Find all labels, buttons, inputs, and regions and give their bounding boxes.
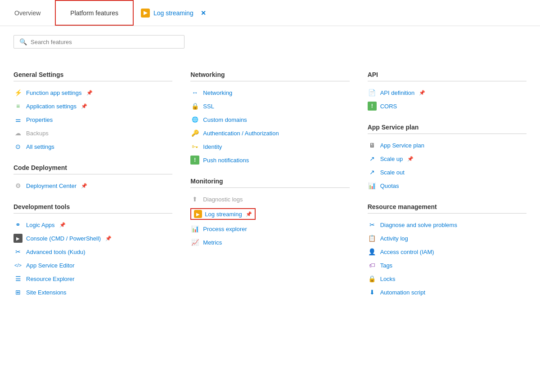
feature-label: Automation script (380, 289, 425, 296)
column-api: API 📄 API definition 📌 ! CORS App Servic… (368, 62, 526, 299)
feature-api-definition[interactable]: 📄 API definition 📌 (368, 86, 526, 99)
feature-label: Function app settings (26, 89, 82, 96)
pin-icon: 📌 (419, 90, 425, 96)
feature-push-notifications[interactable]: ! Push notifications (190, 153, 349, 167)
divider (368, 213, 526, 214)
identity-icon: 🗝 (190, 142, 199, 151)
feature-logic-apps[interactable]: ⚭ Logic Apps 📌 (14, 218, 172, 232)
feature-label: Logic Apps (26, 222, 55, 228)
close-icon[interactable]: ✕ (201, 9, 206, 17)
feature-quotas[interactable]: 📊 Quotas (368, 179, 526, 192)
feature-advanced-tools[interactable]: ✂ Advanced tools (Kudu) (14, 245, 172, 258)
authentication-icon: 🔑 (190, 129, 199, 138)
process-explorer-icon: 📊 (190, 224, 199, 233)
section-api: API 📄 API definition 📌 ! CORS (368, 71, 526, 113)
function-app-settings-icon: ⚡ (14, 88, 22, 97)
feature-app-service-plan[interactable]: 🖥 App Service plan (368, 138, 526, 152)
feature-locks[interactable]: 🔒 Locks (368, 272, 526, 285)
resource-explorer-icon: ☰ (14, 274, 22, 283)
feature-label: Activity log (380, 235, 408, 242)
section-networking: Networking ↔ Networking 🔒 SSL 🌐 Custom d… (190, 71, 349, 167)
feature-tags[interactable]: 🏷 Tags (368, 258, 526, 272)
feature-identity[interactable]: 🗝 Identity (190, 140, 349, 153)
feature-properties[interactable]: ⚌ Properties (14, 113, 172, 126)
ssl-icon: 🔒 (190, 102, 199, 111)
feature-resource-explorer[interactable]: ☰ Resource Explorer (14, 272, 172, 285)
api-definition-icon: 📄 (368, 88, 377, 97)
feature-label: CORS (380, 103, 397, 110)
scale-out-icon: ↗ (368, 168, 377, 177)
app-service-plan-icon: 🖥 (368, 141, 377, 150)
feature-label: Quotas (380, 183, 399, 189)
search-box[interactable]: 🔍 (14, 35, 184, 49)
feature-app-service-editor[interactable]: </> App Service Editor (14, 258, 172, 272)
feature-scale-out[interactable]: ↗ Scale out (368, 165, 526, 179)
feature-label: Metrics (203, 239, 222, 246)
feature-label: SSL (203, 103, 214, 110)
feature-label: Backups (26, 130, 49, 137)
feature-label: Tags (380, 262, 392, 269)
feature-deployment-center[interactable]: ⚙ Deployment Center 📌 (14, 179, 172, 192)
tab-log-streaming-label: Log streaming (153, 9, 194, 17)
deployment-center-icon: ⚙ (14, 181, 22, 190)
section-resource-management: Resource management ✂ Diagnose and solve… (368, 203, 526, 299)
feature-scale-up[interactable]: ↗ Scale up 📌 (368, 152, 526, 165)
divider (190, 187, 349, 188)
feature-label: Site Extensions (26, 289, 67, 296)
feature-access-control[interactable]: 👤 Access control (IAM) (368, 245, 526, 258)
tags-icon: 🏷 (368, 261, 377, 270)
feature-process-explorer[interactable]: 📊 Process explorer (190, 222, 349, 236)
feature-function-app-settings[interactable]: ⚡ Function app settings 📌 (14, 86, 172, 99)
search-icon: 🔍 (19, 38, 27, 45)
feature-networking[interactable]: ↔ Networking (190, 86, 349, 99)
tab-platform-features[interactable]: Platform features (55, 0, 134, 26)
feature-label: App Service plan (380, 142, 424, 149)
feature-label: Diagnose and solve problems (380, 222, 457, 228)
section-app-service-plan-title: App Service plan (368, 124, 526, 131)
section-networking-title: Networking (190, 71, 349, 78)
log-streaming-icon: ▶ (194, 210, 202, 218)
tab-overview[interactable]: Overview (0, 0, 55, 26)
feature-cors[interactable]: ! CORS (368, 99, 526, 113)
feature-label: Process explorer (203, 226, 247, 232)
tab-platform-features-label: Platform features (70, 9, 118, 17)
divider (190, 81, 349, 81)
feature-label: Identity (203, 143, 222, 150)
feature-label: Resource Explorer (26, 276, 75, 282)
feature-label: App Service Editor (26, 262, 75, 269)
feature-all-settings[interactable]: ⊙ All settings (14, 140, 172, 153)
section-dev-tools: Development tools ⚭ Logic Apps 📌 ▶ Conso… (14, 203, 172, 299)
feature-authentication[interactable]: 🔑 Authentication / Authorization (190, 126, 349, 140)
feature-diagnose-solve[interactable]: ✂ Diagnose and solve problems (368, 218, 526, 232)
feature-site-extensions[interactable]: ⊞ Site Extensions (14, 285, 172, 299)
diagnose-solve-icon: ✂ (368, 220, 377, 229)
feature-custom-domains[interactable]: 🌐 Custom domains (190, 113, 349, 126)
main-content: 🔍 General Settings ⚡ Function app settin… (0, 26, 540, 308)
diagnostic-logs-icon: ⬆ (190, 195, 199, 204)
feature-log-streaming[interactable]: ▶ Log streaming 📌 (190, 206, 255, 222)
locks-icon: 🔒 (368, 274, 377, 283)
application-settings-icon: ≡ (14, 102, 22, 111)
divider (14, 213, 172, 214)
feature-backups: ☁ Backups (14, 126, 172, 140)
feature-ssl[interactable]: 🔒 SSL (190, 99, 349, 113)
divider (368, 81, 526, 81)
column-networking: Networking ↔ Networking 🔒 SSL 🌐 Custom d… (190, 62, 349, 299)
custom-domains-icon: 🌐 (190, 115, 199, 124)
feature-label: Networking (203, 89, 232, 96)
feature-activity-log[interactable]: 📋 Activity log (368, 232, 526, 245)
feature-application-settings[interactable]: ≡ Application settings 📌 (14, 99, 172, 113)
feature-automation-script[interactable]: ⬇ Automation script (368, 285, 526, 299)
feature-console[interactable]: ▶ Console (CMD / PowerShell) 📌 (14, 232, 172, 245)
divider (14, 81, 172, 81)
tab-log-streaming[interactable]: ▶ Log streaming ✕ (134, 0, 213, 26)
feature-label: Push notifications (203, 157, 249, 164)
feature-label: Properties (26, 116, 53, 123)
metrics-icon: 📈 (190, 238, 199, 247)
feature-metrics[interactable]: 📈 Metrics (190, 236, 349, 249)
section-monitoring: Monitoring ⬆ Diagnostic logs ▶ Log strea… (190, 178, 349, 249)
search-input[interactable] (31, 39, 179, 45)
feature-label: Advanced tools (Kudu) (26, 249, 86, 255)
tab-overview-label: Overview (14, 9, 40, 17)
logic-apps-icon: ⚭ (14, 220, 22, 229)
